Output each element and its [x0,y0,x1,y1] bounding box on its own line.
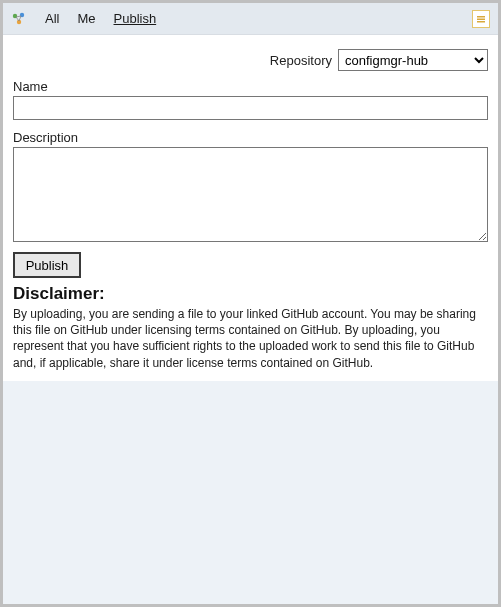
svg-rect-8 [477,21,485,23]
toolbar: All Me Publish [3,3,498,35]
options-icon[interactable] [472,10,490,28]
window-outer: All Me Publish Repository configmgr-hub … [0,0,501,607]
tab-me[interactable]: Me [77,11,95,26]
empty-area [3,381,498,604]
name-input[interactable] [13,96,488,120]
description-label: Description [13,130,488,145]
svg-rect-7 [477,18,485,20]
community-icon [11,11,27,27]
publish-button[interactable]: Publish [13,252,81,278]
description-textarea[interactable] [13,147,488,242]
tab-all[interactable]: All [45,11,59,26]
window-frame: All Me Publish Repository configmgr-hub … [3,3,498,604]
repository-label: Repository [270,53,332,68]
disclaimer-title: Disclaimer: [13,284,488,304]
repository-row: Repository configmgr-hub [13,49,488,71]
disclaimer-text: By uploading, you are sending a file to … [13,306,488,371]
name-label: Name [13,79,488,94]
content-area: Repository configmgr-hub Name Descriptio… [3,35,498,381]
svg-rect-6 [477,16,485,18]
tab-publish[interactable]: Publish [114,11,157,26]
repository-select[interactable]: configmgr-hub [338,49,488,71]
